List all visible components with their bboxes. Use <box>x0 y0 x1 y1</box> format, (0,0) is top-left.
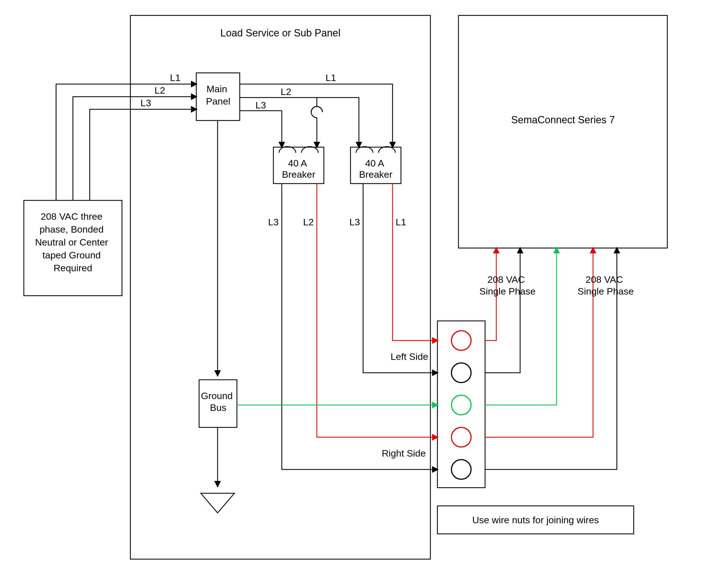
mp-out-L1-label: L1 <box>326 72 336 83</box>
phase1-l1: 208 VAC <box>487 274 525 285</box>
main-panel-l2: Panel <box>206 96 230 106</box>
source-line2: phase, Bonded <box>40 224 104 235</box>
source-line3: Neutral or Center <box>35 237 108 248</box>
b2-out-L3: L3 <box>349 217 360 227</box>
breaker1-l2: Breaker <box>282 169 315 180</box>
semaconnect-box <box>458 16 667 248</box>
svg-text:208 VAC
  Single Phase: 208 VAC Single Phase <box>479 274 535 296</box>
semaconnect-label: SemaConnect Series 7 <box>511 114 615 126</box>
breaker2-l2: Breaker <box>359 169 392 180</box>
phase2-l1: 208 VAC <box>586 274 623 285</box>
note-text: Use wire nuts for joining wires <box>472 514 599 525</box>
main-panel-l1: Main <box>206 84 227 94</box>
wire-t3-to-device-grn <box>485 248 556 405</box>
breaker1-l1: 40 A <box>288 158 307 168</box>
phase1-l2: Single Phase <box>479 286 535 296</box>
b2-out-L1: L1 <box>396 217 406 227</box>
wire-t2-to-device-blk <box>485 248 520 373</box>
feed-L1-label: L1 <box>170 72 181 83</box>
sub-panel-title: Load Service or Sub Panel <box>220 27 341 39</box>
source-line5: Required <box>54 262 92 273</box>
wiring-diagram: Load Service or Sub Panel 208 VAC three … <box>0 0 715 588</box>
ground-bus-l2: Bus <box>210 402 227 413</box>
mp-out-L3-label: L3 <box>256 100 266 110</box>
breaker2-l1: 40 A <box>365 158 384 168</box>
b1-out-L3: L3 <box>268 217 279 227</box>
feed-L3-label: L3 <box>141 98 151 108</box>
svg-text:208 VAC
  Single Phase: 208 VAC Single Phase <box>578 274 634 296</box>
right-side-label: Right Side <box>382 448 426 459</box>
b1-out-L2: L2 <box>303 217 314 227</box>
terminal-strip-box <box>437 321 485 488</box>
feed-L2-label: L2 <box>155 85 165 96</box>
phase2-l2: Single Phase <box>578 286 634 296</box>
source-line1: 208 VAC three <box>41 211 103 222</box>
left-side-label: Left Side <box>391 351 428 362</box>
source-line4: taped Ground <box>42 250 101 260</box>
mp-out-L2-label: L2 <box>281 86 291 97</box>
ground-bus-l1: Ground <box>201 391 233 401</box>
